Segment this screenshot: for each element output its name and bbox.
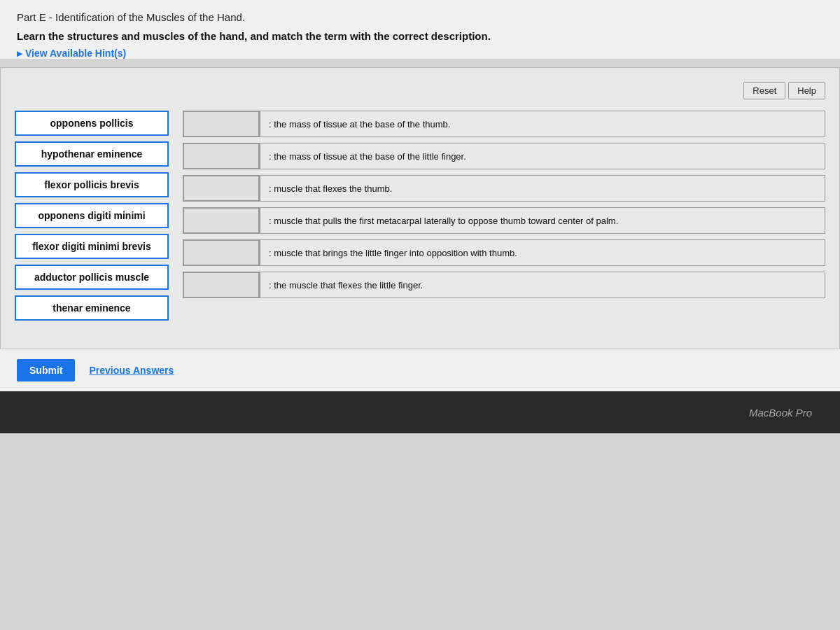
description-text: : muscle that pulls the first metacarpal… bbox=[260, 207, 825, 234]
help-button[interactable]: Help bbox=[788, 82, 825, 99]
description-text: : the muscle that flexes the little fing… bbox=[260, 272, 825, 298]
drop-target[interactable] bbox=[183, 239, 260, 266]
drop-target[interactable] bbox=[183, 175, 260, 202]
matching-container: opponens pollicishypothenar eminenceflex… bbox=[15, 111, 825, 321]
description-text: : muscle that flexes the thumb. bbox=[260, 175, 825, 202]
previous-answers-link[interactable]: Previous Answers bbox=[89, 365, 174, 376]
description-text: : the mass of tissue at the base of the … bbox=[260, 143, 825, 169]
terms-column: opponens pollicishypothenar eminenceflex… bbox=[15, 111, 169, 321]
dark-bar: MacBook Pro bbox=[0, 391, 840, 433]
description-row: : the muscle that flexes the little fing… bbox=[183, 272, 825, 298]
description-row: : muscle that brings the little finger i… bbox=[183, 239, 825, 266]
drop-target[interactable] bbox=[183, 272, 260, 298]
macbook-label: MacBook Pro bbox=[749, 407, 812, 419]
reset-help-bar: Reset Help bbox=[15, 82, 825, 99]
instruction-text: Learn the structures and muscles of the … bbox=[17, 30, 823, 42]
description-text: : the mass of tissue at the base of the … bbox=[260, 111, 825, 137]
top-section: Part E - Identification of the Muscles o… bbox=[0, 0, 840, 59]
description-row: : muscle that pulls the first metacarpal… bbox=[183, 207, 825, 234]
description-row: : muscle that flexes the thumb. bbox=[183, 175, 825, 202]
drop-target[interactable] bbox=[183, 207, 260, 234]
term-item[interactable]: thenar eminence bbox=[15, 295, 169, 321]
term-item[interactable]: opponens pollicis bbox=[15, 111, 169, 136]
description-row: : the mass of tissue at the base of the … bbox=[183, 111, 825, 137]
term-item[interactable]: adductor pollicis muscle bbox=[15, 265, 169, 290]
term-item[interactable]: flexor digiti minimi brevis bbox=[15, 234, 169, 259]
page-container: Part E - Identification of the Muscles o… bbox=[0, 0, 840, 630]
reset-button[interactable]: Reset bbox=[743, 82, 785, 99]
description-row: : the mass of tissue at the base of the … bbox=[183, 143, 825, 169]
submit-button[interactable]: Submit bbox=[17, 359, 75, 382]
hint-link[interactable]: View Available Hint(s) bbox=[17, 48, 823, 59]
descriptions-column: : the mass of tissue at the base of the … bbox=[183, 111, 825, 298]
bottom-bar: Submit Previous Answers bbox=[0, 349, 840, 391]
exercise-area: Reset Help opponens pollicishypothenar e… bbox=[0, 67, 840, 349]
drop-target[interactable] bbox=[183, 111, 260, 137]
drop-target[interactable] bbox=[183, 143, 260, 169]
term-item[interactable]: opponens digiti minimi bbox=[15, 203, 169, 228]
description-text: : muscle that brings the little finger i… bbox=[260, 239, 825, 266]
term-item[interactable]: flexor pollicis brevis bbox=[15, 172, 169, 197]
part-title: Part E - Identification of the Muscles o… bbox=[17, 11, 823, 23]
term-item[interactable]: hypothenar eminence bbox=[15, 141, 169, 167]
